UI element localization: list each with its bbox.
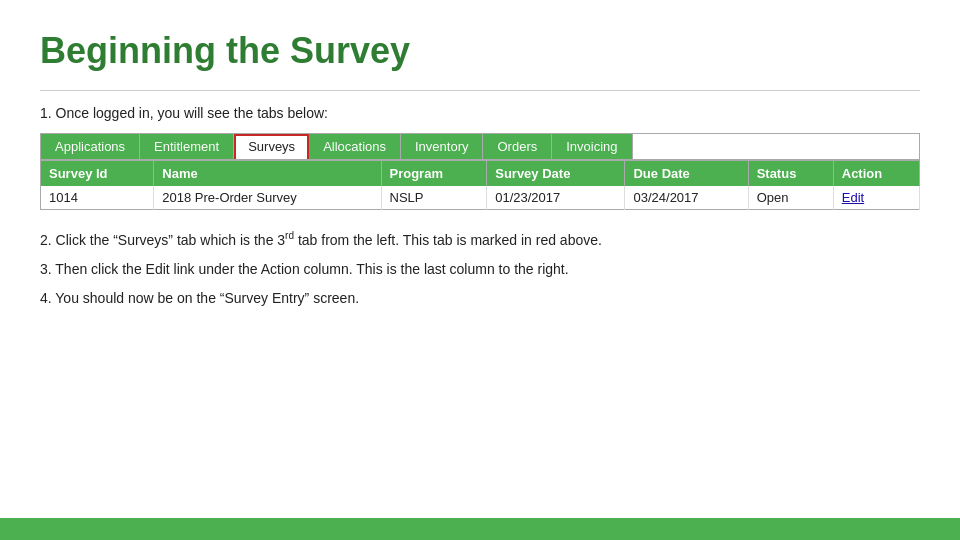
col-header-action: Action bbox=[833, 161, 919, 187]
cell-action: Edit bbox=[833, 186, 919, 210]
tab-surveys[interactable]: Surveys bbox=[234, 134, 309, 159]
step2-text-after: tab from the left. This tab is marked in… bbox=[294, 232, 602, 248]
cell-due-date: 03/24/2017 bbox=[625, 186, 748, 210]
tab-invoicing[interactable]: Invoicing bbox=[552, 134, 632, 159]
divider bbox=[40, 90, 920, 91]
step-4: 4. You should now be on the “Survey Entr… bbox=[40, 288, 920, 309]
cell-program: NSLP bbox=[381, 186, 487, 210]
tab-applications[interactable]: Applications bbox=[41, 134, 140, 159]
cell-survey-id: 1014 bbox=[41, 186, 154, 210]
cell-name: 2018 Pre-Order Survey bbox=[154, 186, 381, 210]
table-row: 1014 2018 Pre-Order Survey NSLP 01/23/20… bbox=[41, 186, 920, 210]
survey-table: Survey Id Name Program Survey Date Due D… bbox=[40, 160, 920, 210]
tab-entitlement[interactable]: Entitlement bbox=[140, 134, 234, 159]
step2-sup: rd bbox=[285, 230, 294, 241]
col-header-program: Program bbox=[381, 161, 487, 187]
cell-survey-date: 01/23/2017 bbox=[487, 186, 625, 210]
col-header-name: Name bbox=[154, 161, 381, 187]
tab-allocations[interactable]: Allocations bbox=[309, 134, 401, 159]
nav-tabs: Applications Entitlement Surveys Allocat… bbox=[40, 133, 920, 160]
bottom-bar bbox=[0, 518, 960, 540]
col-header-survey-id: Survey Id bbox=[41, 161, 154, 187]
main-content: Beginning the Survey 1. Once logged in, … bbox=[0, 0, 960, 337]
edit-link[interactable]: Edit bbox=[842, 190, 864, 205]
cell-status: Open bbox=[748, 186, 833, 210]
table-header-row: Survey Id Name Program Survey Date Due D… bbox=[41, 161, 920, 187]
step-3: 3. Then click the Edit link under the Ac… bbox=[40, 259, 920, 280]
tab-inventory[interactable]: Inventory bbox=[401, 134, 483, 159]
col-header-due-date: Due Date bbox=[625, 161, 748, 187]
steps-list: 2. Click the “Surveys” tab which is the … bbox=[40, 228, 920, 309]
page-title: Beginning the Survey bbox=[40, 30, 920, 72]
col-header-status: Status bbox=[748, 161, 833, 187]
step-2: 2. Click the “Surveys” tab which is the … bbox=[40, 228, 920, 251]
intro-text: 1. Once logged in, you will see the tabs… bbox=[40, 105, 920, 121]
col-header-survey-date: Survey Date bbox=[487, 161, 625, 187]
tab-orders[interactable]: Orders bbox=[483, 134, 552, 159]
step2-text-before: 2. Click the “Surveys” tab which is the … bbox=[40, 232, 285, 248]
